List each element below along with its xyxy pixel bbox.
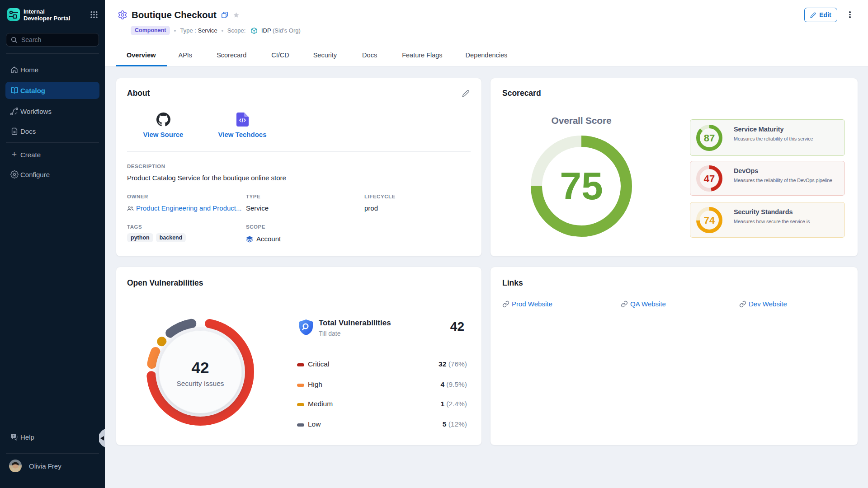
svg-text:47: 47 [704,173,715,184]
svg-text:75: 75 [560,164,603,207]
svg-text:87: 87 [704,132,715,144]
svg-text:?: ? [12,434,14,438]
svg-text:74: 74 [704,215,715,226]
